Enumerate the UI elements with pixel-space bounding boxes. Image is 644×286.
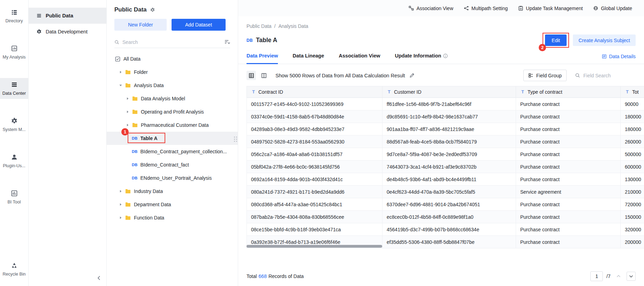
table-row[interactable]: 080cd368-af54-447a-a3ae-051425c84bc1 637… [247,198,644,211]
data-details-link[interactable]: Data Details [602,54,636,64]
controls-row: Show 5000 Rows of Data from All Data Cal… [247,70,636,81]
total-records: Total 668 Records of Data [247,273,304,279]
tree-item-bidemo-contract-fact[interactable]: DB BIdemo_Contract_fact [107,158,238,171]
column-header-contract-id[interactable]: TContract ID [247,86,382,98]
nav-item-plugin-users[interactable]: Plugin-Us... [0,150,28,171]
column-header-total[interactable]: TTot [621,86,644,98]
add-dataset-button[interactable]: Add Dataset [172,19,226,31]
update-task-management-button[interactable]: Update Task Management [518,6,583,11]
field-type-string-icon[interactable]: T [520,90,525,94]
table-cell-type-of-contract: Purchase contract [516,161,621,173]
module-item-public-data[interactable]: Public Data [29,8,106,24]
bi-tool-icon [11,190,18,197]
caret-right-icon[interactable] [119,216,123,219]
table-row[interactable]: 05bf042a-27f8-4e66-bc0c-9638145fd756 746… [247,161,644,173]
field-type-string-icon[interactable]: T [251,90,256,94]
tree-item-function-data[interactable]: Function Data [107,211,238,224]
nav-item-directory[interactable]: Directory [0,6,28,26]
field-type-string-icon[interactable]: T [625,90,630,94]
tree-item-operating-and-profit-analysis[interactable]: Operating and Profit Analysis [107,105,238,118]
nav-label: Plugin-Us... [3,163,25,168]
column-view-button[interactable] [259,71,268,80]
column-header-customer-id[interactable]: TCustomer ID [382,86,516,98]
table-cell-type-of-contract: Purchase contract [516,173,621,186]
caret-right-icon[interactable] [126,110,130,114]
tab-data-preview[interactable]: Data Preview [247,53,278,64]
db-icon: DB [132,176,138,180]
tree-item-table-a[interactable]: DB Table A 1 [107,132,238,145]
data-development-icon [36,29,42,34]
table-row[interactable]: 00115727-e145-44c0-9102-110523699369 ff6… [247,98,644,110]
tree-item-industry-data[interactable]: Industry Data [107,185,238,198]
page-down-button[interactable] [627,272,636,281]
breadcrumb-root[interactable]: Public Data [247,23,272,29]
gear-icon[interactable] [150,7,155,13]
table-body: 00115727-e145-44c0-9102-110523699369 ff6… [247,98,644,248]
horizontal-scrollbar-thumb[interactable] [247,245,382,248]
tree-item-endemo-user-portrait-analysis[interactable]: DB ENdemo_User_Portrait_Analysis [107,171,238,185]
table-row[interactable]: 080a241d-7372-4921-b171-b9ed2d4a9dd6 0e4… [247,186,644,198]
tab-association-view[interactable]: Association View [339,53,380,64]
tree-item-analysis-data[interactable]: Analysis Data [107,79,238,92]
nav-label: Directory [5,18,23,23]
breadcrumb-current[interactable]: Analysis Data [278,23,308,29]
table-cell-total: 180000 [621,123,644,136]
collapse-panel-button[interactable] [97,276,101,280]
global-update-button[interactable]: Global Update [593,6,632,11]
recycle-bin-icon [11,262,18,269]
filter-sort-icon[interactable] [225,40,230,45]
caret-right-icon[interactable] [119,203,123,206]
page-number-input[interactable]: 1 [590,271,603,281]
caret-right-icon[interactable] [119,70,123,74]
caret-right-icon[interactable] [119,190,123,193]
annotation-badge-step2: 2 [539,44,546,51]
table-row[interactable]: 08ce15be-bbfd-4c9b-b18f-39eb03e471ca 456… [247,223,644,236]
table-row[interactable]: 04289ab3-08e3-49d3-9582-4dbb945233e7 901… [247,123,644,136]
table-cell-customer-id: 456419b5-d3c7-499b-b07b-b868cc68634e [382,223,516,236]
tree-search [114,36,230,48]
nav-item-system-management[interactable]: System M... [0,114,28,135]
edit-pencil-icon[interactable] [409,73,415,78]
field-search-input[interactable] [583,73,629,78]
table-row[interactable]: 0692a164-8159-4dda-901b-4003f432d41c de4… [247,173,644,186]
tree-item-folder[interactable]: Folder [107,65,238,79]
tab-data-lineage[interactable]: Data Lineage [293,53,324,64]
module-item-data-development[interactable]: Data Development [29,24,106,40]
table-row[interactable]: 03374c0e-59d1-4158-8ab5-67b48d80d84e d9c… [247,110,644,123]
tree-search-input[interactable] [122,39,221,45]
table-row[interactable]: 056c2ca7-a186-40a4-a8a6-01b38151df57 9d7… [247,148,644,161]
multipath-setting-icon [464,6,469,11]
nav-rail: Directory My Analysis Data Center System… [0,0,29,286]
field-type-string-icon[interactable]: T [387,90,392,94]
tree-item-department-data[interactable]: Department Data [107,198,238,211]
search-icon [575,73,580,78]
table-cell-customer-id: ef35dd55-5306-4380-88ff-5db8847f07be [382,236,516,248]
create-analysis-subject-button[interactable]: Create Analysis Subject [573,34,636,46]
panel-resize-handle[interactable] [234,137,237,142]
caret-right-icon[interactable] [126,123,130,127]
grid-view-button[interactable] [247,71,256,80]
nav-item-recycle-bin[interactable]: Recycle Bin [0,259,28,280]
table-row[interactable]: 087bab2a-7b5e-4304-808a-830b68556cee ec8… [247,211,644,223]
tab-update-information[interactable]: Update Information [395,53,448,64]
field-group-button[interactable]: Field Group [523,70,567,81]
tree-item-all-data[interactable]: All Data [107,52,238,65]
caret-down-icon[interactable] [119,84,123,87]
pagination: 1 /7 [590,271,636,281]
nav-item-bi-tool[interactable]: BI Tool [0,187,28,208]
multipath-setting-button[interactable]: Multipath Setting [464,6,508,11]
edit-button[interactable]: Edit [545,34,567,46]
table-footer: Total 668 Records of Data 1 /7 [247,267,636,281]
table-row[interactable]: 04897502-5828-4273-8184-553aa0562930 88d… [247,136,644,148]
page-up-button[interactable] [614,272,623,281]
nav-item-data-center[interactable]: Data Center [0,78,28,99]
nav-item-my-analysis[interactable]: My Analysis [0,42,28,63]
new-folder-button[interactable]: New Folder [114,19,167,31]
column-header-type-of-contract[interactable]: TType of contract [516,86,621,98]
tree-item-data-analysis-model[interactable]: Data Analysis Model [107,92,238,105]
caret-right-icon[interactable] [126,97,130,100]
table-cell-customer-id: 901aa1ba-ff07-4ff7-a836-4821219c9aae [382,123,516,136]
association-view-button[interactable]: Association View [409,6,453,11]
tree-item-bidemo-contract-payment-collection[interactable]: DB BIdemo_Contract_payment_collection... [107,145,238,158]
field-group-icon [528,73,533,78]
